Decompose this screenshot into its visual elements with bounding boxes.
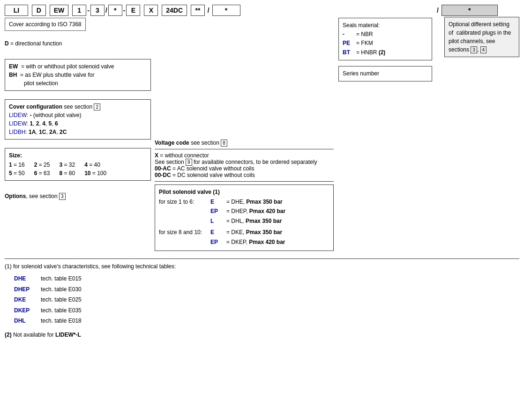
main-container: LI D EW 1 - 3 / * - E X 24DC ** / — [5, 5, 519, 340]
note-dhe: DHE tech. table E015 — [14, 274, 82, 283]
seals-material-block: Seals material: - = NBR PE = FKM — [338, 18, 432, 60]
pilot-e-8and10: E = DKE, Pmax 350 bar — [210, 228, 285, 237]
pilot-solenoid-block: Pilot solenoid valve (1) for size 1 to 6… — [155, 184, 334, 251]
code-24dc: 24DC — [162, 5, 187, 16]
voltage-code-text: Voltage code see section 8 — [155, 140, 334, 146]
note2-text: (2) Not available for LIDEW*-L — [5, 330, 519, 339]
ew-line: EW = with or whithout pilot solenoid val… — [9, 62, 147, 71]
pilot-row-8and10: for size 8 and 10: E = DKE, Pmax 350 bar — [159, 228, 329, 247]
seals-pe-eq: = FKM — [356, 39, 373, 48]
dkep-label: DKEP — [14, 306, 35, 315]
section9-box: 9 — [186, 159, 192, 166]
size-2: 2 = 25 — [34, 161, 50, 169]
size-8: 8 = 80 — [59, 169, 75, 177]
pilot-header: Pilot solenoid valve (1) — [159, 189, 329, 195]
lidew-nums-line: LIDEW: 1, 2, 4, 5, 6 — [9, 119, 147, 128]
dhl-desc: tech. table E018 — [41, 316, 82, 325]
section3-box-options: 3 — [59, 193, 66, 200]
ac-line: 00-AC = AC solenoid valve without coils — [155, 165, 334, 172]
sep-space4 — [140, 5, 144, 16]
sep-slash3: / — [434, 7, 442, 14]
sep-slash2: / — [205, 5, 212, 16]
directional-text: D = directional function — [5, 40, 62, 47]
cover-config-block: Cover configuration see section 2 LIDEW:… — [5, 99, 151, 140]
bottom-notes: (1) for solenoid valve's characteristics… — [5, 258, 519, 340]
sep-space6 — [187, 5, 191, 16]
ew-bh-block: EW = with or whithout pilot solenoid val… — [5, 59, 151, 91]
dhep-desc: tech. table E030 — [41, 285, 82, 294]
pilot-ep-8and10: EP = DKEP, Pmax 420 bar — [210, 237, 285, 247]
dhe-desc: tech. table E015 — [41, 274, 82, 283]
section4-box: 4 — [480, 46, 487, 53]
lidew-dash-line: LIDEW: - (without pilot valve) — [9, 111, 147, 119]
code-star2: * — [212, 5, 240, 16]
seals-bt-code: BT — [343, 48, 354, 57]
sep-space3 — [68, 5, 72, 16]
right-column: Voltage code see section 8 X = without c… — [155, 18, 432, 254]
pilot-l-1to6: L = DHL, Pmax 350 bar — [210, 216, 285, 226]
sep-dash2: - — [122, 5, 127, 16]
size-6: 6 = 63 — [34, 169, 50, 177]
code-3: 3 — [90, 5, 105, 16]
note-dkep: DKEP tech. table E035 — [14, 306, 82, 315]
code-ew: EW — [50, 5, 69, 16]
lidbh-line: LIDBH: 1A, 1C, 2A, 2C — [9, 128, 147, 136]
note1-intro-text: (1) for solenoid valve's characteristics… — [5, 263, 176, 270]
options-text: Options, see section 3 — [5, 193, 66, 199]
dke-label: DKE — [14, 295, 35, 304]
code-1: 1 — [72, 5, 86, 16]
dhep-label: DHEP — [14, 285, 35, 294]
pilot-size-8and10-label: for size 8 and 10: — [159, 228, 210, 237]
seals-pe-code: PE — [343, 39, 354, 48]
pilot-e-1to6: E = DHE, Pmax 350 bar — [210, 197, 285, 206]
code-li: LI — [5, 5, 28, 16]
note-dhl: DHL tech. table E018 — [14, 316, 82, 325]
pilot-ep-1to6: EP = DHEP, Pmax 420 bar — [210, 206, 285, 216]
size-header: Size: — [9, 151, 147, 160]
dhe-label: DHE — [14, 274, 35, 283]
code-e: E — [126, 5, 140, 16]
sep-slash1: / — [105, 5, 108, 16]
seals-dash-code: - — [343, 30, 354, 39]
section3-box-opt: 3 — [471, 46, 477, 53]
optional-text: Optional different setting of calibrated… — [449, 20, 515, 54]
code-star1: * — [108, 5, 122, 16]
dke-desc: tech. table E025 — [41, 295, 82, 304]
size-1: 1 = 16 — [9, 161, 25, 169]
series-number-block: Series number — [338, 66, 432, 81]
cover-config-header: Cover configuration see section 2 — [9, 103, 147, 111]
dkep-desc: tech. table E035 — [41, 306, 82, 315]
sep-dash1: - — [86, 5, 90, 16]
size-4: 4 = 40 — [84, 161, 106, 169]
section2-box: 2 — [94, 103, 100, 111]
series-number-text: Series number — [343, 70, 379, 77]
seals-header: Seals material: — [343, 21, 428, 30]
note-dke: DKE tech. table E025 — [14, 295, 82, 304]
code-row: LI D EW 1 - 3 / * - E X 24DC ** / — [5, 5, 432, 16]
note1-intro: (1) for solenoid valve's characteristics… — [5, 262, 519, 271]
seals-dash-eq: = NBR — [356, 30, 373, 39]
cover-iso-text: Cover according to ISO 7368 — [9, 21, 82, 28]
code-doublestar: ** — [191, 5, 205, 16]
x-connector-line: X = without connector — [155, 152, 334, 159]
size-block: Size: 1 = 16 5 = 50 2 = 25 6 = 63 — [5, 148, 151, 181]
sep-space2 — [46, 5, 50, 16]
note-dhep: DHEP tech. table E030 — [14, 285, 82, 294]
bh-line: BH = as EW plus shuttle valve for — [9, 71, 147, 79]
left-column: Cover according to ISO 7368 D = directio… — [5, 18, 155, 254]
note-entries: DHE tech. table E015 DHEP tech. table E0… — [14, 274, 519, 325]
note2-content: (2) Not available for LIDEW*-L — [5, 332, 81, 338]
size-5: 5 = 50 — [9, 169, 25, 177]
code-d: D — [32, 5, 46, 16]
size-10: 10 = 100 — [84, 169, 106, 177]
dhl-label: DHL — [14, 316, 35, 325]
sep-space1 — [28, 5, 32, 16]
code-x: X — [144, 5, 158, 16]
seals-bt-eq: = HNBR (2) — [356, 48, 385, 57]
directional-block: D = directional function — [5, 37, 151, 51]
pilot-size-1to6-label: for size 1 to 6: — [159, 197, 210, 206]
pilot-entries-1to6: E = DHE, Pmax 350 bar EP = DHEP, Pmax 42… — [210, 197, 285, 226]
sep-space5 — [158, 5, 162, 16]
content-area: Cover according to ISO 7368 D = directio… — [5, 18, 432, 254]
cover-iso-block: Cover according to ISO 7368 — [5, 18, 86, 31]
